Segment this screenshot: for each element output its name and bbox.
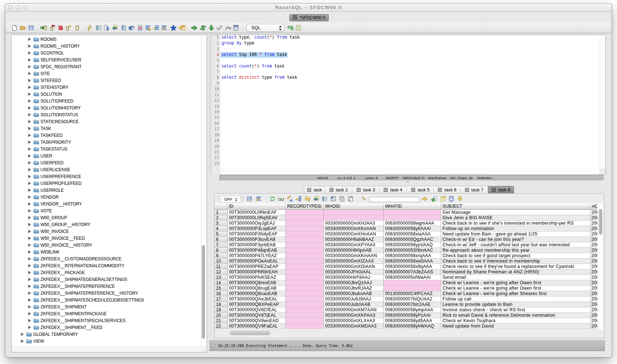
results-filter-input[interactable]	[370, 197, 420, 202]
grid-cell[interactable]: Check-in w/ Ed - can he join this year?	[441, 237, 591, 242]
tree-item-solutionstatus[interactable]: SOLUTIONSTATUS	[12, 111, 201, 118]
grid-row-4[interactable]: 400T3000000P3LopEAF0033000000GmXKnAAN006…	[215, 226, 599, 231]
grid-cell[interactable]: Leanne to provide update to Bain	[441, 302, 591, 307]
grid-row-21[interactable]: 2100T3000000QV8wsEAD0033000000GmXLXAA300…	[215, 318, 599, 324]
grid-cell[interactable]: 00T3000000P3LopEAF	[228, 226, 286, 231]
grid-cell[interactable]: 0033000000GmXHJAA3	[324, 221, 384, 226]
new-document-button[interactable]	[11, 25, 18, 31]
grid-row-8[interactable]: 800T3000000P46qnEAB0033000000H9i0pAAB006…	[215, 248, 599, 253]
disclosure-triangle-icon[interactable]	[27, 99, 31, 103]
grid-cell[interactable]: 00T3000000L0RknEAF	[228, 210, 286, 215]
grid-row-1[interactable]: 100T3000000L0RknEAFGet Massage2008	[215, 210, 599, 215]
tree-item-rooms-history[interactable]: ROOMS__HISTORY	[12, 43, 201, 49]
disclosure-triangle-icon[interactable]	[27, 78, 31, 82]
grid-row-2[interactable]: 200T3000000L0RqSEAVGive Jenn a BIG RAISE…	[215, 215, 599, 221]
disclosure-triangle-icon[interactable]	[27, 229, 31, 233]
grid-cell[interactable]	[286, 226, 324, 231]
grid-header-id[interactable]: ID	[228, 203, 286, 210]
grid-cell[interactable]: 006300000058yd5AAA	[384, 318, 441, 324]
grid-cell[interactable]: 00T3000000Q8rexEAB	[228, 280, 286, 286]
disclosure-triangle-icon[interactable]	[27, 133, 31, 137]
tree-item-w50-group[interactable]: W50_GROUP	[12, 214, 201, 221]
grid-cell[interactable]: 00T3000000P3tuvEAB	[228, 237, 286, 242]
grid-cell[interactable]: 00T3000000POeAnEAL	[228, 259, 286, 264]
disclosure-triangle-icon[interactable]	[27, 154, 31, 158]
grid-cell[interactable]: Check w/ Leanne - we're going after Owen…	[441, 280, 591, 286]
disclosure-triangle-icon[interactable]	[27, 305, 31, 309]
grid-row-13[interactable]: 1300T3000000PfvKSEAZ0033000000HirF8AAJ00…	[215, 275, 599, 280]
grid-cell[interactable]	[286, 291, 324, 296]
disclosure-triangle-icon[interactable]	[20, 339, 24, 343]
grid-cell[interactable]: 006300000058yKhAAI	[384, 226, 441, 231]
close-tab-icon[interactable]	[329, 188, 334, 192]
save-results-button[interactable]	[246, 196, 253, 202]
grid-cell[interactable]	[286, 264, 324, 269]
result-tab-task-5[interactable]: task 5	[407, 186, 434, 193]
tree-item-solutionhistory[interactable]: SOLUTIONHISTORY	[12, 104, 201, 111]
grid-cell[interactable]: Need update from Bain - gave go ahead 1/…	[441, 231, 591, 237]
grid-cell[interactable]: Give Jenn a BIG RAISE	[441, 215, 591, 221]
grid-row-14[interactable]: 1400T3000000Q8rexEAB0033000000JbvQzAAJCh…	[215, 280, 599, 286]
grid-cell[interactable]: Follow up call	[441, 296, 591, 302]
grid-cell[interactable]	[286, 286, 324, 291]
tree-horizontal-scrollbar[interactable]	[12, 346, 201, 352]
grid-header-rownum[interactable]	[215, 203, 228, 210]
database-button[interactable]	[74, 25, 81, 31]
export-query-results-button[interactable]	[103, 25, 110, 31]
disclosure-triangle-icon[interactable]	[27, 195, 31, 199]
disclosure-triangle-icon[interactable]	[27, 106, 31, 110]
disclosure-triangle-icon[interactable]	[27, 37, 31, 41]
results-list-button[interactable]	[295, 25, 302, 31]
result-tab-task-8[interactable]: task 8	[488, 186, 514, 194]
close-tab-icon[interactable]	[411, 188, 415, 192]
save-edits-button[interactable]	[448, 196, 454, 202]
grid-cell[interactable]: 0033000000H9i0pAAB	[324, 248, 384, 253]
tree-item-zkfedex-customaddresssource[interactable]: ZKFEDEX__CUSTOMADDRESSSOURCE	[12, 255, 201, 262]
grid-row-11[interactable]: 1100T3000000PREZaEAP0033000000GmXOiAAN00…	[215, 264, 599, 269]
grid-cell[interactable]: 0033000000HirF8AAJ	[324, 275, 384, 280]
disclosure-triangle-icon[interactable]	[27, 243, 31, 247]
tree-item-taskpriority[interactable]: TASKPRIORITY	[12, 139, 201, 146]
grid-row-6[interactable]: 600T3000000P3tuvEAB0033000000H9aNBAAZ006…	[215, 237, 599, 242]
grid-cell[interactable]: 0033000000GmXIZAA3	[324, 259, 384, 264]
grid-cell[interactable]: Invoice status check - check w/ RS first	[441, 307, 591, 313]
grid-cell[interactable]: 0033000000JbvRJAAZ	[324, 286, 384, 291]
grid-cell[interactable]: 0033000000H9aNBAAZ	[324, 237, 384, 242]
results-grid[interactable]: IDRECORDTYPEIDWHOIDWHATIDSUBJECTACTIVITY…	[215, 203, 599, 329]
grid-cell[interactable]: 00T3000000QAeJbEAL	[228, 296, 286, 302]
disclosure-triangle-icon[interactable]	[27, 72, 31, 75]
grid-cell[interactable]	[286, 215, 324, 221]
grid-cell[interactable]: 00630000005xfWaAAI	[384, 275, 441, 280]
grid-cell[interactable]: 0033000000GmXKmAAN	[324, 253, 384, 259]
disclosure-triangle-icon[interactable]	[27, 277, 31, 281]
tree-item-staticresource[interactable]: STATICRESOURCE	[12, 118, 201, 125]
grid-cell[interactable]: 00T3000000OiyJgEAJ	[228, 221, 286, 226]
disclosure-triangle-icon[interactable]	[27, 270, 31, 274]
grid-row-5[interactable]: 500T3000000P3N4pEAF0033000000GmXHnAAN006…	[215, 231, 599, 237]
open-file-button[interactable]	[20, 25, 26, 31]
grid-cell[interactable]	[286, 248, 324, 253]
disclosure-triangle-icon[interactable]	[27, 318, 31, 322]
tree-item-userfeed[interactable]: USERFEED	[12, 159, 201, 166]
grid-cell[interactable]	[286, 269, 324, 275]
documentation-button[interactable]	[128, 25, 135, 31]
view-record-button[interactable]	[278, 196, 284, 202]
disclosure-triangle-icon[interactable]	[27, 298, 31, 302]
grid-cell[interactable]	[384, 280, 441, 286]
grid-cell[interactable]: 006300000058x9qAAA	[384, 264, 441, 269]
results-vertical-scrollbar[interactable]	[597, 203, 603, 329]
grid-cell[interactable]	[286, 275, 324, 280]
grid-cell[interactable]: Get Massage	[441, 210, 591, 215]
tree-item-global-temporary[interactable]: GLOBAL TEMPORARY	[12, 331, 201, 338]
grid-cell[interactable]: 006300000058xrqAAA	[384, 253, 441, 259]
highlight-button[interactable]	[361, 196, 367, 202]
grid-header-whatid[interactable]: WHATID	[384, 203, 441, 210]
copy-pages-button[interactable]	[339, 196, 345, 202]
tree-item-zkfedex-shipmatepreference-history[interactable]: ZKFEDEX__SHIPMATEPREFERENCE__HISTORY	[12, 290, 201, 296]
download-results-button[interactable]	[457, 196, 463, 202]
disclosure-triangle-icon[interactable]	[27, 264, 31, 268]
execute-all-button[interactable]	[112, 25, 118, 31]
tree-item-scontrol[interactable]: SCONTROL	[12, 49, 201, 56]
result-tab-task[interactable]: task	[304, 186, 325, 193]
close-tab-icon[interactable]	[357, 188, 361, 192]
